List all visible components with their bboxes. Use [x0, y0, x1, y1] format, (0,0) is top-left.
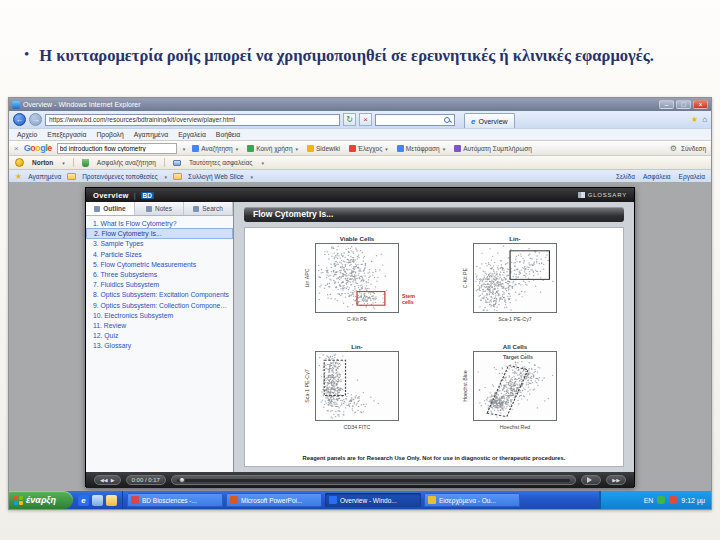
norton-safeweb[interactable]: Ασφαλής αναζήτηση [97, 159, 156, 166]
menu-bar: Αρχείο Επεξεργασία Προβολή Αγαπημένα Εργ… [9, 128, 711, 140]
home-icon[interactable] [702, 115, 707, 124]
google-check-button[interactable]: Έλεγχος [347, 145, 390, 152]
search-box[interactable] [375, 114, 455, 126]
favorites-icon[interactable] [691, 115, 698, 124]
slide-title: Η κυτταρομετρία ροής μπορεί να χρησιμοπο… [39, 44, 654, 68]
google-signin[interactable]: Σύνδεση [681, 145, 706, 152]
ie-quicklaunch-icon[interactable] [78, 495, 89, 506]
play-icon[interactable] [111, 477, 115, 483]
outline-item[interactable]: 12. Quiz [86, 330, 233, 340]
suggested-sites-button[interactable]: Προτεινόμενες τοποθεσίες [82, 173, 157, 180]
outline-item[interactable]: 1. What Is Flow Cytometry? [86, 218, 233, 228]
favorites-button[interactable]: Αγαπημένα [28, 173, 61, 180]
speaker-icon [587, 477, 595, 483]
tab-notes[interactable]: Notes [135, 202, 184, 215]
window-titlebar[interactable]: Overview - Windows Internet Explorer [9, 98, 711, 111]
taskbar-window-powerpoint[interactable]: Microsoft PowerPoi... [226, 493, 322, 507]
outline-item[interactable]: 8. Optics Subsystem: Excitation Componen… [86, 290, 233, 300]
app-icon [131, 496, 139, 504]
address-bar[interactable] [45, 114, 340, 126]
search-input[interactable] [376, 116, 442, 123]
tab-search[interactable]: Search [184, 202, 233, 215]
safety-menu[interactable]: Ασφάλεια [643, 173, 671, 180]
target-cells-annotation: Target Cells [503, 354, 533, 360]
close-button[interactable] [693, 100, 708, 109]
taskbar-window-outlook[interactable]: Εισερχόμενα - Ou... [424, 493, 520, 507]
plot-xlabel: Hoechst Red [473, 424, 557, 430]
taskbar-window-bd[interactable]: BD Biosciences -... [127, 493, 223, 507]
norton-icon [15, 158, 24, 167]
outline-item[interactable]: 3. Sample Types [86, 239, 233, 249]
star-icon[interactable] [15, 172, 22, 181]
google-search-input[interactable] [57, 143, 177, 154]
alert-tray-icon[interactable] [669, 496, 677, 504]
outline-item[interactable]: 11. Review [86, 320, 233, 330]
mail-icon[interactable] [106, 495, 117, 506]
divider: | [134, 192, 136, 199]
chevron-down-icon[interactable] [250, 173, 254, 180]
progress-bar[interactable] [171, 475, 576, 485]
outline-item[interactable]: 4. Particle Sizes [86, 249, 233, 259]
tab-overview[interactable]: e Overview [464, 113, 515, 128]
tools-menu[interactable]: Εργαλεία [679, 173, 705, 180]
menu-edit[interactable]: Επεξεργασία [47, 131, 86, 138]
google-autofill-button[interactable]: Αυτόματη Συμπλήρωση [452, 145, 534, 152]
tab-outline[interactable]: Outline [86, 202, 135, 215]
outline-item[interactable]: 5. Flow Cytometric Measurements [86, 259, 233, 269]
chevron-down-icon[interactable] [61, 159, 65, 166]
refresh-icon[interactable] [343, 113, 356, 126]
google-translate-button[interactable]: Μετάφραση [395, 145, 447, 152]
menu-help[interactable]: Βοήθεια [216, 131, 240, 138]
powerpoint-icon [230, 496, 238, 504]
plot-ylabel: C-Kit PE [462, 248, 468, 308]
next-button[interactable] [606, 475, 626, 485]
chevron-down-icon[interactable] [260, 159, 264, 166]
menu-favorites[interactable]: Αγαπημένα [134, 131, 168, 138]
menu-view[interactable]: Προβολή [96, 131, 123, 138]
shield-icon [82, 159, 89, 167]
outline-item[interactable]: 6. Three Subsystems [86, 269, 233, 279]
id-card-icon [173, 160, 181, 166]
transport-controls[interactable] [94, 475, 121, 485]
back-button[interactable] [13, 113, 26, 126]
progress-knob[interactable] [179, 477, 185, 483]
outline-item-selected[interactable]: 2. Flow Cytometry Is... [86, 228, 233, 239]
show-desktop-icon[interactable] [92, 495, 103, 506]
maximize-button[interactable] [676, 100, 691, 109]
search-icon[interactable] [444, 117, 450, 123]
chevron-down-icon[interactable] [182, 145, 186, 152]
google-search-button[interactable]: Αναζήτηση [190, 145, 240, 152]
forward-button[interactable] [29, 113, 42, 126]
page-menu[interactable]: Σελίδα [616, 173, 635, 180]
chevron-down-icon[interactable] [164, 173, 168, 180]
norton-identity[interactable]: Ταυτότητες ασφαλείας [189, 159, 252, 166]
outline-item[interactable]: 7. Fluidics Subsystem [86, 280, 233, 290]
stop-icon[interactable] [359, 113, 372, 126]
outline-item[interactable]: 13. Glossary [86, 341, 233, 351]
volume-control[interactable] [581, 475, 601, 485]
stage-heading: Flow Cytometry Is... [244, 207, 624, 222]
previous-icon[interactable] [100, 477, 108, 483]
outline-item[interactable]: 10. Electronics Subsystem [86, 310, 233, 320]
gear-icon[interactable] [670, 144, 677, 153]
google-share-button[interactable]: Κοινή χρήση [245, 145, 300, 152]
plot-viable-cells: Viable Cells Lin APC C-Kit PE Stem cells [289, 235, 421, 333]
minimize-button[interactable] [659, 100, 674, 109]
progress-track[interactable] [177, 479, 570, 482]
outline-item[interactable]: 9. Optics Subsystem: Collection Componen… [86, 300, 233, 310]
google-sidewiki-button[interactable]: Sidewiki [305, 145, 342, 152]
antivirus-tray-icon[interactable] [657, 496, 665, 504]
norton-brand[interactable]: Norton [32, 159, 53, 166]
close-toolbar-icon[interactable] [14, 144, 19, 153]
language-indicator[interactable]: EN [644, 497, 654, 504]
taskbar-window-overview[interactable]: Overview - Windo... [325, 493, 421, 507]
glossary-button[interactable]: GLOSSARY [578, 192, 627, 198]
menu-file[interactable]: Αρχείο [17, 131, 37, 138]
plot-area [473, 243, 557, 313]
browser-screenshot: Overview - Windows Internet Explorer e O… [8, 97, 712, 510]
start-button[interactable]: έναρξη [9, 491, 73, 509]
next-icon[interactable] [612, 477, 620, 483]
menu-tools[interactable]: Εργαλεία [178, 131, 206, 138]
search-icon [192, 145, 199, 152]
web-slice-button[interactable]: Συλλογή Web Slice [188, 173, 243, 180]
